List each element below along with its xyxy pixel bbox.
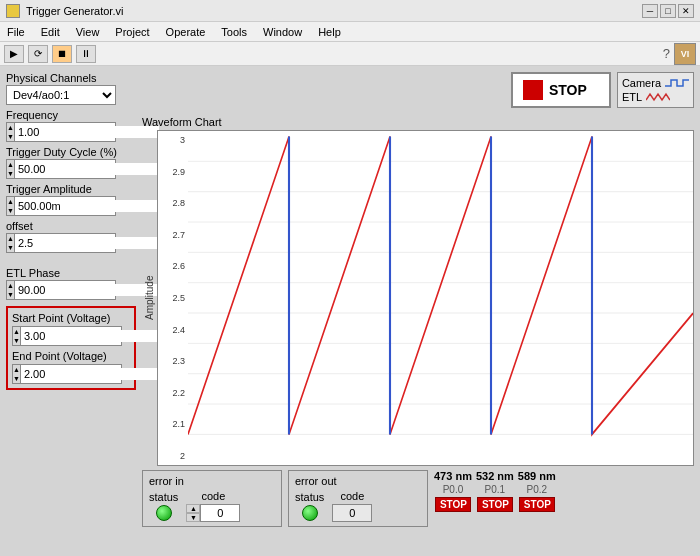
etl-phase-down[interactable]: ▼ [7,290,14,299]
help-icon[interactable]: ? [663,46,670,61]
nm-col-0: 473 nm P0.0 STOP [434,470,472,512]
maximize-button[interactable]: □ [660,4,676,18]
menu-bar: File Edit View Project Operate Tools Win… [0,22,700,42]
error-out-code-label: code [340,490,364,502]
offset-up[interactable]: ▲ [7,234,14,243]
trigger-amplitude-value[interactable] [15,200,159,212]
frequency-value[interactable] [15,126,159,138]
trigger-duty-label: Trigger Duty Cycle (%) [6,146,136,158]
trigger-amplitude-down[interactable]: ▼ [7,206,14,215]
trigger-duty-up[interactable]: ▲ [7,160,14,169]
start-point-up[interactable]: ▲ [13,327,20,336]
start-point-label: Start Point (Voltage) [12,312,130,324]
tick-2.2: 2.2 [158,388,188,398]
run-continuously-button[interactable]: ⟳ [28,45,48,63]
end-point-input[interactable]: ▲ ▼ [12,364,122,384]
physical-channels-select[interactable]: Dev4/ao0:1 [6,85,116,105]
window-title: Trigger Generator.vi [26,5,123,17]
error-in-code-label: code [201,490,225,502]
nm-589-p: P0.2 [527,484,548,495]
etl-wave-icon [646,92,670,102]
tick-2.6: 2.6 [158,261,188,271]
y-ticks: 3 2.9 2.8 2.7 2.6 2.5 2.4 2.3 2.2 2.1 2 [158,131,188,465]
error-out-status-label: status [295,491,324,503]
error-in-title: error in [149,475,275,487]
pause-button[interactable]: ⏸ [76,45,96,63]
tick-2.9: 2.9 [158,167,188,177]
right-panel: STOP Camera ETL Waveform Chart [142,72,694,550]
nm-589-stop-button[interactable]: STOP [519,497,555,512]
menu-help[interactable]: Help [315,25,344,39]
bottom-section: error in status code ▲ ▼ [142,470,694,550]
y-axis-label: Amplitude [142,130,157,466]
error-out-title: error out [295,475,421,487]
error-in-code-down[interactable]: ▼ [186,513,200,522]
error-out-code-value[interactable] [332,504,372,522]
camera-wave-icon [665,78,689,88]
tick-2.3: 2.3 [158,356,188,366]
minimize-button[interactable]: ─ [642,4,658,18]
etl-phase-input[interactable]: ▲ ▼ [6,280,116,300]
etl-phase-value[interactable] [15,284,159,296]
nm-473-label: 473 nm [434,470,472,482]
etl-phase-up[interactable]: ▲ [7,281,14,290]
voltage-section: Start Point (Voltage) ▲ ▼ End Point (Vol… [6,306,136,390]
waveform-chart: 3 2.9 2.8 2.7 2.6 2.5 2.4 2.3 2.2 2.1 2 [157,130,694,466]
error-in-code-value[interactable] [200,504,240,522]
frequency-group: Frequency ▲ ▼ [6,109,136,142]
trigger-duty-input[interactable]: ▲ ▼ [6,159,116,179]
stop-button[interactable]: STOP [511,72,611,108]
error-in-status-field: status [149,491,178,521]
trigger-duty-value[interactable] [15,163,159,175]
window-icon [6,4,20,18]
trigger-duty-down[interactable]: ▼ [7,169,14,178]
camera-etl-box: Camera ETL [617,72,694,108]
error-in-status-label: status [149,491,178,503]
main-content: Physical Channels Dev4/ao0:1 Frequency ▲… [0,66,700,556]
nm-589-label: 589 nm [518,470,556,482]
menu-tools[interactable]: Tools [218,25,250,39]
nm-col-2: 589 nm P0.2 STOP [518,470,556,512]
start-point-input[interactable]: ▲ ▼ [12,326,122,346]
offset-group: offset ▲ ▼ [6,220,136,253]
nm-532-label: 532 nm [476,470,514,482]
run-button[interactable]: ▶ [4,45,24,63]
frequency-down[interactable]: ▼ [7,132,14,141]
error-in-status-led [156,505,172,521]
menu-window[interactable]: Window [260,25,305,39]
trigger-amplitude-input[interactable]: ▲ ▼ [6,196,116,216]
end-point-up[interactable]: ▲ [13,365,20,374]
etl-phase-label: ETL Phase [6,267,136,279]
frequency-up[interactable]: ▲ [7,123,14,132]
error-in-code-up[interactable]: ▲ [186,504,200,513]
close-button[interactable]: ✕ [678,4,694,18]
stop-icon [523,80,543,100]
offset-down[interactable]: ▼ [7,243,14,252]
waveform-svg [188,131,693,465]
menu-view[interactable]: View [73,25,103,39]
nm-532-stop-button[interactable]: STOP [477,497,513,512]
menu-file[interactable]: File [4,25,28,39]
abort-button[interactable]: ⏹ [52,45,72,63]
top-controls: STOP Camera ETL [142,72,694,108]
nm-473-stop-button[interactable]: STOP [435,497,471,512]
end-point-label: End Point (Voltage) [12,350,130,362]
menu-operate[interactable]: Operate [163,25,209,39]
frequency-input[interactable]: ▲ ▼ [6,122,116,142]
tick-3: 3 [158,135,188,145]
menu-project[interactable]: Project [112,25,152,39]
tick-2.4: 2.4 [158,325,188,335]
trigger-amplitude-up[interactable]: ▲ [7,197,14,206]
nm-473-p: P0.0 [443,484,464,495]
tick-2.7: 2.7 [158,230,188,240]
menu-edit[interactable]: Edit [38,25,63,39]
frequency-label: Frequency [6,109,136,121]
offset-input[interactable]: ▲ ▼ [6,233,116,253]
tick-2: 2 [158,451,188,461]
error-out-status-led [302,505,318,521]
start-point-down[interactable]: ▼ [13,336,20,345]
physical-channels-group: Physical Channels Dev4/ao0:1 [6,72,136,105]
end-point-down[interactable]: ▼ [13,374,20,383]
offset-value[interactable] [15,237,159,249]
title-bar: Trigger Generator.vi ─ □ ✕ [0,0,700,22]
